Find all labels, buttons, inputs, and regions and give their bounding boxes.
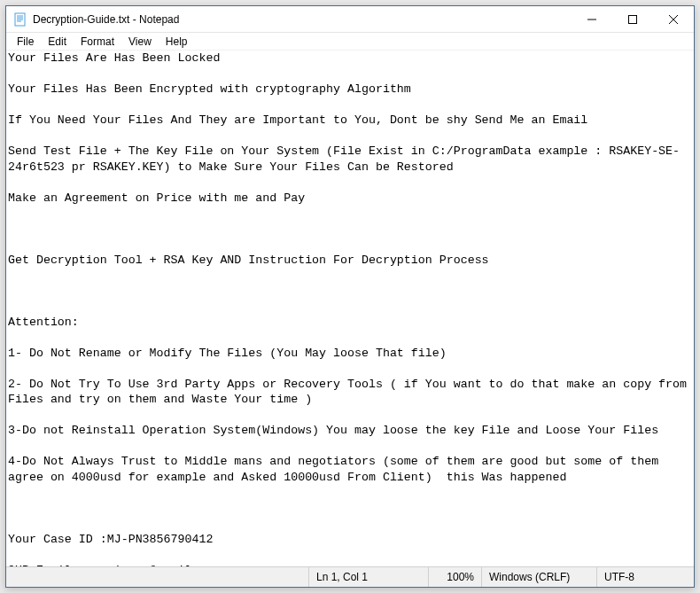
- status-encoding: UTF-8: [596, 567, 694, 587]
- maximize-icon: [628, 15, 637, 24]
- svg-rect-6: [629, 15, 637, 23]
- document-text[interactable]: Your Files Are Has Been Locked Your File…: [6, 51, 694, 566]
- titlebar: Decryption-Guide.txt - Notepad: [6, 6, 694, 33]
- status-position: Ln 1, Col 1: [308, 567, 428, 587]
- notepad-icon: [13, 12, 27, 27]
- editor-area[interactable]: Your Files Are Has Been Locked Your File…: [6, 51, 694, 566]
- status-spacer: [6, 567, 308, 587]
- window-title: Decryption-Guide.txt - Notepad: [33, 13, 179, 26]
- notepad-window: Decryption-Guide.txt - Notepad File Edit…: [5, 5, 695, 588]
- close-icon: [669, 15, 678, 24]
- maximize-button[interactable]: [612, 6, 653, 33]
- menu-help[interactable]: Help: [159, 35, 195, 49]
- status-zoom: 100%: [428, 567, 481, 587]
- minimize-icon: [587, 15, 596, 24]
- menu-edit[interactable]: Edit: [41, 35, 74, 49]
- statusbar: Ln 1, Col 1 100% Windows (CRLF) UTF-8: [6, 566, 694, 587]
- menu-file[interactable]: File: [10, 35, 41, 49]
- status-eol: Windows (CRLF): [481, 567, 596, 587]
- close-button[interactable]: [653, 6, 694, 33]
- minimize-button[interactable]: [572, 6, 612, 33]
- menu-view[interactable]: View: [121, 35, 159, 49]
- menubar: File Edit Format View Help: [6, 33, 694, 51]
- menu-format[interactable]: Format: [74, 35, 121, 49]
